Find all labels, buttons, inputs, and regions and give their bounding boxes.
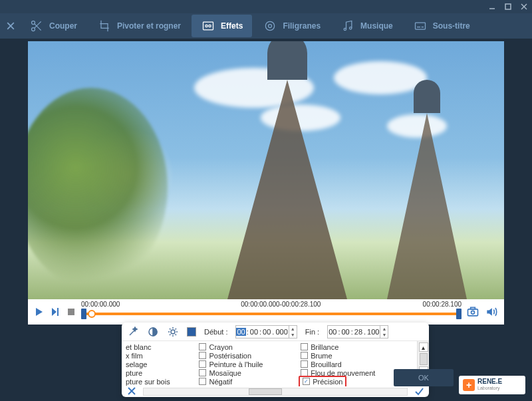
timeline-handle-start[interactable] (81, 309, 86, 319)
checkbox[interactable] (199, 343, 206, 350)
video-preview[interactable] (28, 41, 504, 299)
list-item[interactable]: Crayon (199, 342, 293, 351)
effects-panel: Début : 00:00:00.000 ▲▼ Fin : 00:00:28.1… (122, 323, 429, 397)
logo-brand: RENE.E (477, 378, 502, 385)
step-forward-button[interactable] (49, 306, 61, 318)
list-item[interactable]: Brouillard (301, 360, 413, 368)
svg-marker-20 (36, 308, 43, 316)
checkbox[interactable] (301, 360, 308, 368)
back-close-icon[interactable] (4, 19, 17, 33)
list-item[interactable]: Négatif (199, 377, 293, 386)
svg-line-36 (176, 334, 177, 335)
timeline-handle-end[interactable] (456, 309, 462, 319)
svg-marker-21 (52, 308, 57, 316)
list-item[interactable]: Peinture à l'huile (199, 360, 293, 368)
scissors-icon (29, 19, 44, 33)
tab-effets[interactable]: Effets (192, 15, 252, 37)
confirm-icon[interactable] (414, 386, 424, 397)
window-titlebar (0, 0, 532, 13)
tab-label: Sous-titre (433, 21, 470, 31)
scroll-thumb[interactable] (420, 353, 428, 365)
logo-sub: Laboratory (477, 385, 502, 392)
tab-label: Couper (49, 21, 77, 31)
tab-sous-titre[interactable]: Sous-titre (404, 15, 479, 37)
checkbox[interactable] (301, 343, 308, 350)
list-item[interactable]: et blanc (126, 342, 191, 351)
checkbox[interactable] (199, 369, 206, 376)
list-item[interactable]: Postérisation (199, 351, 293, 360)
color-chip[interactable] (187, 327, 196, 336)
hscroll-thumb[interactable] (249, 388, 282, 395)
svg-point-30 (171, 330, 175, 334)
timeline-range-label: 00:00:00.000-00:00:28.100 (241, 301, 321, 308)
tab-label: Filigranes (283, 21, 321, 31)
play-button[interactable] (33, 306, 45, 318)
fin-label: Fin : (305, 328, 319, 336)
effects-panel-footer (122, 386, 429, 397)
svg-rect-10 (203, 22, 213, 30)
tab-label: Effets (221, 21, 243, 31)
tab-couper[interactable]: Couper (20, 15, 86, 37)
music-note-icon (340, 19, 355, 33)
list-item[interactable]: x film (126, 351, 191, 360)
svg-point-12 (209, 25, 211, 27)
ok-button[interactable]: OK (394, 369, 454, 386)
crop-rotate-icon (97, 19, 112, 33)
checkbox[interactable] (199, 352, 206, 359)
checkbox[interactable] (199, 360, 206, 368)
stop-button[interactable] (65, 306, 77, 318)
timeline-track[interactable]: 00:00:00.000 00:00:00.000-00:00:28.100 0… (81, 299, 462, 325)
svg-rect-22 (57, 308, 59, 316)
effects-list: et blanc x film selage pture pture sur b… (122, 341, 429, 386)
svg-rect-26 (471, 307, 475, 309)
tab-musique[interactable]: Musique (331, 15, 402, 37)
svg-line-37 (170, 334, 171, 335)
checkbox[interactable] (199, 378, 206, 385)
volume-button[interactable] (484, 305, 499, 319)
svg-point-11 (205, 25, 207, 27)
effects-icon (201, 19, 215, 33)
svg-point-15 (344, 28, 346, 30)
watermark-icon (263, 19, 277, 33)
video-preview-container (28, 41, 504, 299)
checkbox[interactable]: ✓ (303, 378, 310, 385)
svg-point-16 (350, 27, 352, 29)
brightness-icon[interactable] (167, 326, 179, 338)
list-item[interactable]: pture (126, 368, 191, 377)
list-item[interactable]: Brume (301, 351, 413, 360)
snapshot-button[interactable] (466, 305, 480, 319)
list-item[interactable]: pture sur bois (126, 377, 191, 386)
logo-plus-icon: + (463, 379, 475, 391)
svg-rect-24 (468, 309, 478, 316)
debut-label: Début : (204, 328, 227, 336)
tab-label: Musique (360, 21, 393, 31)
tab-label: Pivoter et rogner (117, 21, 181, 31)
timeline-start-label: 00:00:00.000 (81, 301, 120, 308)
checkbox[interactable] (301, 352, 308, 359)
list-item[interactable]: Mosaïque (199, 368, 293, 377)
horizontal-scrollbar[interactable] (143, 388, 408, 396)
timeline-playhead[interactable] (88, 310, 96, 318)
list-item[interactable]: Brillance (301, 342, 413, 351)
magic-wand-icon[interactable] (127, 326, 139, 338)
cancel-icon[interactable] (127, 386, 136, 397)
close-window-button[interactable] (519, 2, 529, 11)
svg-marker-27 (487, 308, 492, 316)
debut-spinner[interactable]: ▲▼ (289, 326, 297, 338)
list-item[interactable]: selage (126, 360, 191, 368)
debut-time-input[interactable]: 00:00:00.000 ▲▼ (235, 325, 297, 338)
svg-line-38 (176, 329, 177, 330)
svg-rect-1 (505, 4, 511, 9)
minimize-button[interactable] (487, 2, 497, 11)
maximize-button[interactable] (503, 2, 513, 11)
svg-rect-23 (68, 309, 74, 315)
fin-time-input[interactable]: 00:00:28.100 ▲▼ (327, 325, 388, 338)
brand-logo: + RENE.E Laboratory (459, 376, 525, 394)
tab-filigranes[interactable]: Filigranes (253, 15, 330, 37)
scroll-up-button[interactable]: ▴ (419, 342, 428, 352)
tab-pivoter[interactable]: Pivoter et rogner (88, 15, 190, 37)
timeline-bar: 00:00:00.000 00:00:00.000-00:00:28.100 0… (28, 299, 504, 325)
fin-spinner[interactable]: ▲▼ (380, 326, 388, 338)
contrast-icon[interactable] (147, 326, 159, 338)
svg-point-13 (266, 21, 275, 30)
